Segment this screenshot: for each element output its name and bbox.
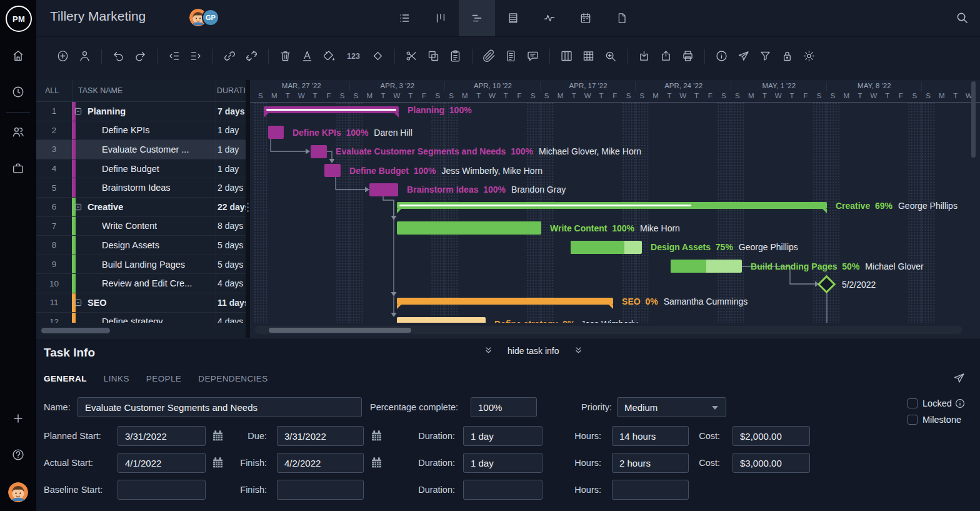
toolbar-export-button[interactable] [655, 46, 677, 66]
panel-splitter[interactable] [246, 80, 250, 338]
percent-complete-input[interactable] [471, 397, 537, 417]
toolbar-indent-button[interactable] [185, 46, 207, 66]
toolbar-send-button[interactable] [732, 46, 754, 66]
toolbar-copy-button[interactable] [422, 46, 444, 66]
task-name-cell[interactable]: Define KPIs [102, 121, 150, 140]
gantt-bar-design-assets[interactable] [571, 241, 642, 254]
sidebar-home-button[interactable] [0, 38, 36, 74]
task-row-9[interactable]: 9Build Landing Pages5 days [36, 255, 246, 275]
task-name-cell[interactable]: Write Content [102, 217, 157, 236]
task-name-cell[interactable]: Design Assets [102, 236, 159, 255]
column-header-duration[interactable]: DURATION [217, 86, 246, 95]
task-info-tab-dependencies[interactable]: DEPENDENCIES [198, 374, 268, 383]
task-row-7[interactable]: 7Write Content8 days [36, 217, 246, 236]
column-header-task-name[interactable]: TASK NAME [78, 86, 122, 95]
task-row-5[interactable]: 5Brainstorm Ideas2 days [36, 178, 246, 198]
calendar-button[interactable] [370, 429, 383, 442]
toolbar-diamond-button[interactable] [367, 46, 389, 66]
toolbar-notes-button[interactable] [500, 46, 522, 66]
sidebar-users-button[interactable] [0, 114, 36, 150]
toolbar-undo-button[interactable] [108, 46, 129, 66]
date-input[interactable] [118, 426, 206, 446]
duration-input[interactable] [463, 453, 542, 473]
search-icon[interactable] [955, 11, 969, 24]
task-info-tab-links[interactable]: LINKS [104, 374, 129, 383]
gantt-vertical-scrollbar-thumb[interactable] [971, 81, 976, 158]
task-name-cell[interactable]: Define Budget [102, 159, 159, 178]
toolbar-redo-button[interactable] [129, 46, 151, 66]
hide-task-info-button[interactable]: hide task info [483, 345, 584, 356]
gantt-bar-creative[interactable] [397, 202, 827, 209]
task-name-input[interactable] [78, 397, 362, 417]
send-icon[interactable] [952, 372, 966, 385]
gantt-bar-build-landing-pages[interactable] [671, 260, 742, 273]
toolbar-import-button[interactable] [633, 46, 655, 66]
toolbar-comment-button[interactable] [522, 46, 544, 66]
gantt-horizontal-scrollbar-track[interactable] [255, 326, 962, 334]
task-row-8[interactable]: 8Design Assets5 days [36, 236, 246, 255]
hours-input[interactable] [612, 453, 689, 473]
toolbar-link-button[interactable] [219, 46, 241, 66]
gantt-bar-define-strategy[interactable] [397, 317, 486, 323]
task-name-cell[interactable]: SEO [74, 293, 107, 312]
toolbar-trash-button[interactable] [274, 46, 296, 66]
task-name-cell[interactable]: Brainstorm Ideas [102, 178, 171, 197]
column-header-all[interactable]: ALL [45, 86, 59, 95]
view-tab-board-view[interactable] [422, 0, 459, 36]
member-avatar-initials[interactable]: GP [202, 9, 219, 26]
view-tab-calendar-view[interactable] [568, 0, 604, 36]
collapse-icon[interactable] [74, 107, 82, 116]
view-tab-list-view[interactable] [386, 0, 422, 36]
toolbar-zoom-in-button[interactable] [599, 46, 621, 66]
locked-info-icon[interactable] [954, 398, 966, 409]
toolbar-user-button[interactable] [74, 46, 96, 66]
toolbar-lock-button[interactable] [776, 46, 798, 66]
gantt-bar-write-content[interactable] [397, 221, 541, 235]
task-name-cell[interactable]: Creative [74, 198, 123, 216]
toolbar-plus-circle-button[interactable] [52, 46, 74, 66]
gantt-bar-seo[interactable] [397, 298, 613, 305]
toolbar-print-button[interactable] [677, 46, 699, 66]
toolbar-attach-button[interactable] [478, 46, 500, 66]
toolbar-info-button[interactable] [711, 46, 732, 66]
gantt-bar-evaluate-customer-segments-and-needs[interactable] [311, 145, 327, 158]
toolbar-paste-button[interactable] [444, 46, 466, 66]
task-row-4[interactable]: 4Define Budget1 day [36, 159, 246, 179]
date-input[interactable] [118, 480, 206, 500]
hours-input[interactable] [612, 480, 689, 500]
gantt-horizontal-scrollbar-thumb[interactable] [269, 328, 411, 333]
date-input[interactable] [277, 426, 364, 446]
gantt-bar-planning[interactable] [264, 106, 399, 113]
view-tab-gantt-view[interactable] [459, 0, 495, 36]
sidebar-clock-button[interactable] [0, 74, 36, 110]
task-name-cell[interactable]: Define strategy [102, 313, 163, 323]
hours-input[interactable] [612, 426, 689, 446]
toolbar-table-grid-button[interactable] [578, 46, 599, 66]
task-row-1[interactable]: 1Planning7 days [36, 102, 246, 121]
collapse-icon[interactable] [74, 203, 82, 211]
toolbar-outdent-button[interactable] [163, 46, 185, 66]
task-info-tab-general[interactable]: GENERAL [44, 374, 87, 383]
gantt-bar-brainstorm-ideas[interactable] [369, 183, 398, 196]
toolbar-format-text-button[interactable] [296, 46, 318, 66]
toolbar-paint-bucket-button[interactable] [318, 46, 340, 66]
task-list-horizontal-scrollbar[interactable] [41, 328, 110, 333]
milestone-checkbox[interactable] [908, 415, 918, 425]
toolbar-board-columns-button[interactable] [556, 46, 578, 66]
task-row-11[interactable]: 11SEO11 days [36, 293, 246, 313]
task-row-3[interactable]: 3Evaluate Customer ...1 day [36, 140, 246, 159]
toolbar-gear-button[interactable] [798, 46, 820, 66]
task-row-12[interactable]: 12Define strategy4 days [36, 313, 246, 323]
task-name-cell[interactable]: Build Landing Pages [102, 255, 185, 274]
date-input[interactable] [118, 453, 206, 473]
cost-input[interactable] [732, 453, 810, 473]
task-info-tab-people[interactable]: PEOPLE [146, 374, 181, 383]
sidebar-help-button[interactable] [0, 437, 36, 473]
duration-input[interactable] [463, 426, 542, 446]
task-row-10[interactable]: 10Review and Edit Cre...4 days [36, 274, 246, 293]
toolbar-numbers-123-button[interactable]: 123 [340, 48, 367, 64]
task-name-cell[interactable]: Evaluate Customer ... [102, 140, 189, 159]
toolbar-unlink-button[interactable] [241, 46, 262, 66]
toolbar-filter-button[interactable] [754, 46, 776, 66]
task-row-2[interactable]: 2Define KPIs1 day [36, 121, 246, 141]
